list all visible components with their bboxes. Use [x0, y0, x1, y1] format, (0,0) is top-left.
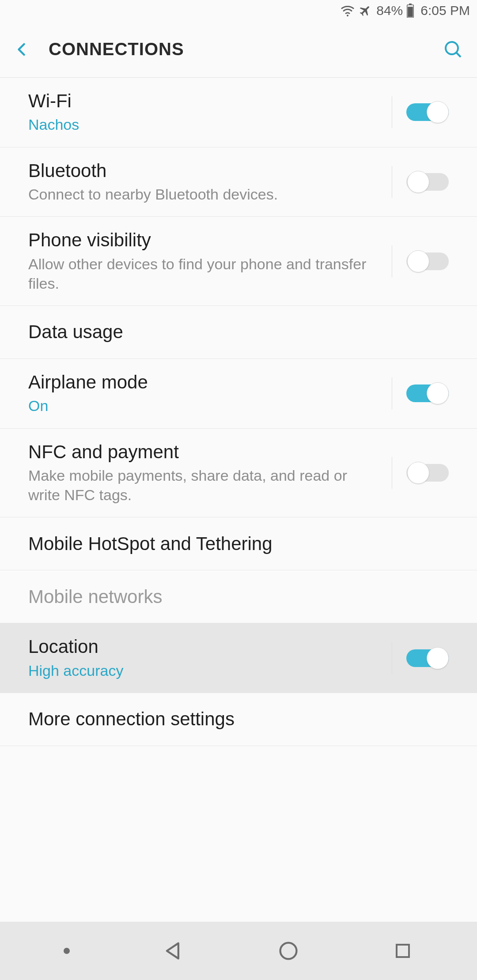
svg-point-4 — [446, 42, 458, 54]
nav-home-button[interactable] — [277, 939, 300, 962]
row-subtitle: Nachos — [28, 115, 381, 134]
row-subtitle: High accuracy — [28, 661, 381, 680]
row-phone-visibility[interactable]: Phone visibility Allow other devices to … — [0, 217, 477, 306]
row-wifi[interactable]: Wi-Fi Nachos — [0, 78, 477, 147]
row-airplane-mode[interactable]: Airplane mode On — [0, 359, 477, 429]
nav-dot-icon — [64, 948, 70, 954]
toggle-phone-visibility[interactable] — [406, 249, 449, 273]
toggle-airplane-mode[interactable] — [406, 381, 449, 405]
row-subtitle: Make mobile payments, share data, and re… — [28, 466, 381, 505]
row-title: Location — [28, 636, 381, 658]
divider — [392, 166, 392, 198]
system-nav-bar — [0, 922, 477, 980]
toggle-bluetooth[interactable] — [406, 170, 449, 194]
svg-point-7 — [280, 943, 297, 959]
svg-rect-3 — [408, 7, 413, 17]
svg-line-5 — [456, 53, 461, 57]
wifi-icon — [340, 4, 355, 17]
row-title: Mobile HotSpot and Tethering — [28, 533, 438, 555]
back-button[interactable] — [9, 36, 35, 63]
row-more-connection-settings[interactable]: More connection settings — [0, 693, 477, 746]
nav-recents-button[interactable] — [392, 940, 413, 961]
row-location[interactable]: Location High accuracy — [0, 623, 477, 693]
row-subtitle: On — [28, 396, 381, 415]
status-clock: 6:05 PM — [420, 3, 470, 18]
svg-point-0 — [347, 15, 348, 16]
nav-back-button[interactable] — [162, 939, 185, 962]
toggle-nfc[interactable] — [406, 461, 449, 485]
svg-marker-6 — [167, 943, 178, 959]
page-title: CONNECTIONS — [49, 39, 184, 59]
row-subtitle: Connect to nearby Bluetooth devices. — [28, 185, 381, 204]
status-bar: 84% 6:05 PM — [0, 0, 477, 21]
divider — [392, 642, 392, 674]
row-title: Bluetooth — [28, 160, 381, 182]
toggle-location[interactable] — [406, 646, 449, 670]
app-bar: CONNECTIONS — [0, 21, 477, 78]
row-nfc-payment[interactable]: NFC and payment Make mobile payments, sh… — [0, 429, 477, 518]
row-title: Mobile networks — [28, 586, 438, 608]
airplane-icon — [359, 4, 372, 17]
divider — [392, 245, 392, 277]
row-data-usage[interactable]: Data usage — [0, 306, 477, 359]
row-title: Wi-Fi — [28, 90, 381, 112]
row-subtitle: Allow other devices to find your phone a… — [28, 254, 381, 293]
row-title: Phone visibility — [28, 229, 381, 251]
toggle-wifi[interactable] — [406, 100, 449, 124]
row-title: Data usage — [28, 321, 438, 343]
divider — [392, 96, 392, 128]
battery-percent: 84% — [376, 3, 403, 18]
row-title: More connection settings — [28, 708, 438, 730]
battery-icon — [406, 4, 414, 18]
svg-rect-8 — [397, 945, 409, 957]
row-title: Airplane mode — [28, 371, 381, 393]
search-button[interactable] — [440, 36, 466, 63]
row-hotspot-tethering[interactable]: Mobile HotSpot and Tethering — [0, 517, 477, 570]
divider — [392, 377, 392, 409]
settings-list: Wi-Fi Nachos Bluetooth Connect to nearby… — [0, 78, 477, 746]
divider — [392, 457, 392, 489]
row-bluetooth[interactable]: Bluetooth Connect to nearby Bluetooth de… — [0, 147, 477, 217]
row-mobile-networks[interactable]: Mobile networks — [0, 570, 477, 623]
row-title: NFC and payment — [28, 441, 381, 463]
